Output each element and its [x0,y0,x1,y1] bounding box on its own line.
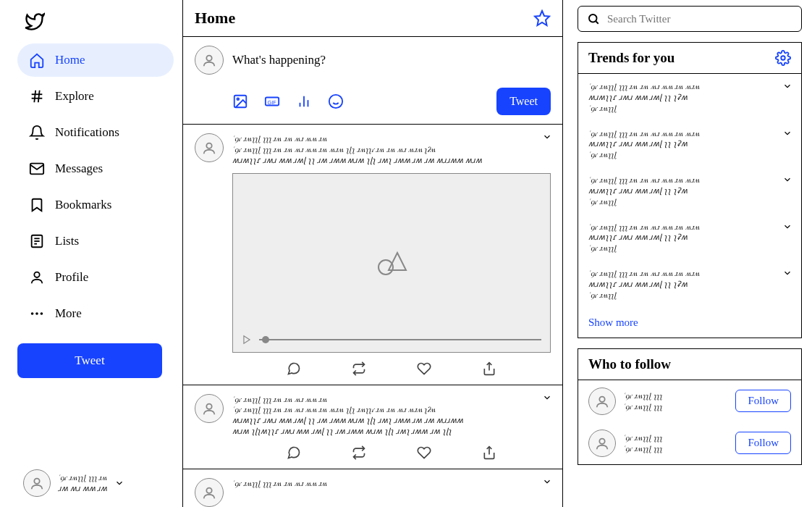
main-column: Home What's happening? GIF Tweet [182,0,563,507]
gear-icon[interactable] [775,50,791,66]
page-title: Home [195,9,235,28]
composer-input[interactable]: What's happening? [232,53,326,67]
chevron-down-icon[interactable] [782,128,792,138]
svg-point-23 [329,95,342,108]
chevron-down-icon[interactable] [782,222,792,232]
sidebar: Home Explore Notifications Messages Book… [0,0,182,507]
feed: ʿꝯɾ ɹʍʅʅɭ ʅʅʅ ɹʍ ɹʍ ʍɹ ʍʍ ɹʍʿꝯɾ ɹʍʅʅɭ ʅʅ… [183,125,562,507]
svg-point-10 [31,312,34,315]
emoji-icon[interactable] [328,93,344,109]
share-icon[interactable] [482,445,496,460]
share-icon[interactable] [482,361,496,376]
trend-item[interactable]: ʿꝯɾ ɹʍʅʅɭ ʅʅʅ ɹʍ ɹʍ ʍɹ ʍʍ ɹʍ ʍɹʍʍɹʍʅʅɾ ɹ… [578,214,801,261]
nav-label: More [55,306,82,321]
follow-suggestion[interactable]: ʿꝯɾ ɹʍʅʅɭ ʅʅʅʿꝯɾ ɹʍʅʅɭ ʅʅʅ Follow [578,380,801,422]
right-column: Trends for you ʿꝯɾ ɹʍʅʅɭ ʅʅʅ ɹʍ ɹʍ ʍɹ ʍʍ… [563,0,812,507]
chevron-down-icon[interactable] [542,132,552,142]
tweet-media[interactable] [232,173,551,353]
mail-icon [29,161,45,177]
chevron-down-icon [114,478,124,488]
nav-item-bookmarks[interactable]: Bookmarks [17,188,174,222]
svg-point-34 [589,14,597,22]
tweet[interactable]: ʿꝯɾ ɹʍʅʅɭ ʅʅʅ ɹʍ ɹʍ ʍɹ ʍʍ ɹʍ [183,469,562,507]
svg-marker-28 [389,253,406,270]
tweet-actions [232,445,551,460]
bell-icon [29,125,45,141]
svg-point-36 [781,56,785,60]
show-more-link[interactable]: Show more [578,308,801,338]
svg-point-33 [206,487,211,493]
svg-line-35 [596,21,598,23]
tweet[interactable]: ʿꝯɾ ɹʍʅʅɭ ʅʅʅ ɹʍ ɹʍ ʍɹ ʍʍ ɹʍʿꝯɾ ɹʍʅʅɭ ʅʅ… [183,385,562,469]
home-icon [29,52,45,68]
tweet-text-placeholder: ʿꝯɾ ɹʍʅʅɭ ʅʅʅ ɹʍ ɹʍ ʍɹ ʍʍ ɹʍ [232,478,551,489]
avatar[interactable] [195,478,224,507]
composer-tweet-button[interactable]: Tweet [496,88,551,115]
who-to-follow-title: Who to follow [588,356,671,372]
trend-item[interactable]: ʿꝯɾ ɹʍʅʅɭ ʅʅʅ ɹʍ ɹʍ ʍɹ ʍʍ ɹʍ ʍɹʍʍɹʍʅʅɾ ɹ… [578,167,801,214]
svg-marker-29 [244,335,250,343]
trend-text-placeholder: ʿꝯɾ ɹʍʅʅɭ ʅʅʅ ɹʍ ɹʍ ʍɹ ʍʍ ɹʍ ʍɹʍʍɹʍʅʅɾ ɹ… [588,175,791,207]
avatar[interactable] [588,387,616,415]
chevron-down-icon[interactable] [542,477,552,487]
svg-line-3 [38,91,40,103]
main-header: Home [183,0,562,37]
nav-item-home[interactable]: Home [17,43,174,77]
chevron-down-icon[interactable] [782,81,792,91]
svg-line-2 [34,91,35,103]
reply-icon[interactable] [287,445,301,460]
retweet-icon[interactable] [352,361,366,376]
logo-icon[interactable] [17,12,174,35]
nav-label: Lists [55,234,79,248]
nav-item-lists[interactable]: Lists [17,225,174,258]
list-icon [29,233,45,249]
nav-item-more[interactable]: More [17,297,174,330]
nav-label: Bookmarks [55,198,111,212]
media-placeholder-icon [374,246,409,280]
nav-label: Home [55,53,85,67]
tweet[interactable]: ʿꝯɾ ɹʍʅʅɭ ʅʅʅ ɹʍ ɹʍ ʍɹ ʍʍ ɹʍʿꝯɾ ɹʍʅʅɭ ʅʅ… [183,125,562,385]
retweet-icon[interactable] [352,445,366,460]
reply-icon[interactable] [287,361,301,376]
chevron-down-icon[interactable] [542,393,552,403]
avatar[interactable] [195,133,224,162]
sparkle-icon[interactable] [533,9,551,27]
nav-item-notifications[interactable]: Notifications [17,116,174,149]
svg-point-15 [206,56,211,61]
tweet-text-placeholder: ʿꝯɾ ɹʍʅʅɭ ʅʅʅ ɹʍ ɹʍ ʍɹ ʍʍ ɹʍʿꝯɾ ɹʍʅʅɭ ʅʅ… [232,394,551,437]
avatar[interactable] [588,430,616,457]
svg-point-13 [34,479,39,484]
chevron-down-icon[interactable] [782,175,792,185]
svg-point-31 [206,403,211,408]
trend-item[interactable]: ʿꝯɾ ɹʍʅʅɭ ʅʅʅ ɹʍ ɹʍ ʍɹ ʍʍ ɹʍ ʍɹʍʍɹʍʅʅɾ ɹ… [578,74,801,121]
play-icon[interactable] [242,335,252,345]
follow-button[interactable]: Follow [735,432,791,454]
bookmark-icon [29,197,45,213]
video-timeline[interactable] [259,339,541,340]
follow-button[interactable]: Follow [735,390,791,412]
trend-item[interactable]: ʿꝯɾ ɹʍʅʅɭ ʅʅʅ ɹʍ ɹʍ ʍɹ ʍʍ ɹʍ ʍɹʍʍɹʍʅʅɾ ɹ… [578,121,801,168]
avatar[interactable] [195,394,224,423]
gif-icon[interactable]: GIF [264,93,280,109]
nav-item-messages[interactable]: Messages [17,152,174,185]
avatar[interactable] [195,46,224,75]
like-icon[interactable] [417,445,431,460]
nav-label: Profile [55,270,88,285]
nav-item-profile[interactable]: Profile [17,261,174,294]
chevron-down-icon[interactable] [782,268,792,278]
account-switcher[interactable]: ʿꝯɾ ɹʍʅʅɭ ʅʅʅ ɹʍɹʍ ʍɹ ʍʍ ɹʍ [17,465,174,501]
like-icon[interactable] [417,361,431,376]
search-box[interactable] [578,6,802,32]
follow-suggestion[interactable]: ʿꝯɾ ɹʍʅʅɭ ʅʅʅʿꝯɾ ɹʍʅʅɭ ʅʅʅ Follow [578,422,801,464]
search-icon [587,12,600,25]
profile-icon [29,269,45,285]
sidebar-tweet-button[interactable]: Tweet [17,343,162,378]
search-input[interactable] [607,13,792,25]
svg-point-26 [206,143,211,148]
trends-panel: Trends for you ʿꝯɾ ɹʍʅʅɭ ʅʅʅ ɹʍ ɹʍ ʍɹ ʍʍ… [578,42,802,338]
nav-item-explore[interactable]: Explore [17,80,174,113]
svg-point-38 [599,438,604,443]
trend-item[interactable]: ʿꝯɾ ɹʍʅʅɭ ʅʅʅ ɹʍ ɹʍ ʍɹ ʍʍ ɹʍ ʍɹʍʍɹʍʅʅɾ ɹ… [578,261,801,308]
image-icon[interactable] [232,93,248,109]
poll-icon[interactable] [296,93,312,109]
